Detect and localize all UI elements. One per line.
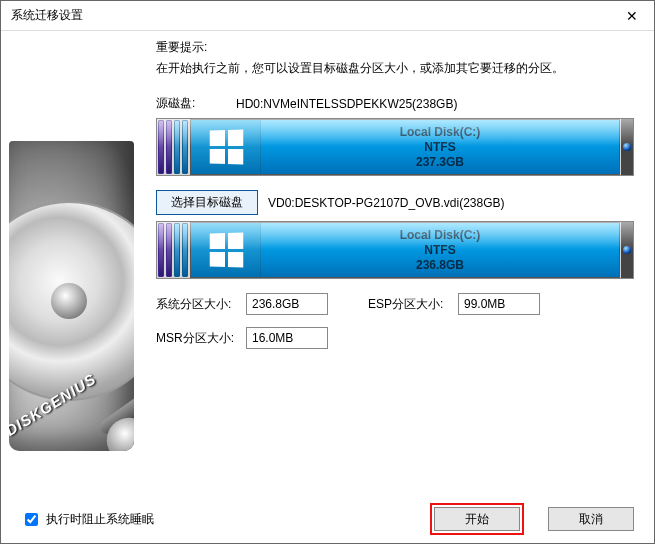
source-value: HD0:NVMeINTELSSDPEKKW25(238GB) <box>236 97 457 111</box>
select-target-button[interactable]: 选择目标磁盘 <box>156 190 258 215</box>
msr-size-input[interactable] <box>246 327 328 349</box>
source-partition-text: Local Disk(C:) NTFS 237.3GB <box>261 120 619 174</box>
tip-heading: 重要提示: <box>156 39 634 56</box>
footer: 执行时阻止系统睡眠 开始 取消 <box>1 493 654 544</box>
size-fields: 系统分区大小: MSR分区大小: ESP分区大小: <box>156 293 634 349</box>
msr-size-label: MSR分区大小: <box>156 330 246 347</box>
close-icon: ✕ <box>626 8 638 24</box>
target-partition-text: Local Disk(C:) NTFS 236.8GB <box>261 223 619 277</box>
windows-icon <box>191 120 261 174</box>
cancel-button-label: 取消 <box>579 511 603 528</box>
esp-size-input[interactable] <box>458 293 540 315</box>
sidebar: DISKGENIUS <box>1 31 146 493</box>
system-size-field: 系统分区大小: <box>156 293 328 315</box>
target-partition-fs: NTFS <box>424 243 455 258</box>
start-button[interactable]: 开始 <box>434 507 520 531</box>
cancel-button[interactable]: 取消 <box>548 507 634 531</box>
source-disk-bar[interactable]: Local Disk(C:) NTFS 237.3GB <box>156 118 634 176</box>
target-partition-size: 236.8GB <box>416 258 464 273</box>
source-partition-name: Local Disk(C:) <box>400 125 481 140</box>
msr-size-field: MSR分区大小: <box>156 327 328 349</box>
target-reserved-stripes <box>157 222 189 278</box>
source-partition-fs: NTFS <box>424 140 455 155</box>
tip-body: 在开始执行之前，您可以设置目标磁盘分区大小，或添加其它要迁移的分区。 <box>156 60 634 77</box>
target-main-partition[interactable]: Local Disk(C:) NTFS 236.8GB <box>190 222 620 278</box>
main-area: DISKGENIUS 重要提示: 在开始执行之前，您可以设置目标磁盘分区大小，或… <box>1 31 654 493</box>
windows-icon <box>191 223 261 277</box>
esp-size-field: ESP分区大小: <box>368 293 540 315</box>
esp-size-label: ESP分区大小: <box>368 296 458 313</box>
disk-end-cap <box>621 119 633 175</box>
close-button[interactable]: ✕ <box>610 1 654 30</box>
prevent-sleep-checkbox-wrap[interactable]: 执行时阻止系统睡眠 <box>21 510 154 529</box>
disk-end-cap <box>621 222 633 278</box>
system-size-input[interactable] <box>246 293 328 315</box>
hdd-illustration: DISKGENIUS <box>9 141 134 451</box>
source-main-partition[interactable]: Local Disk(C:) NTFS 237.3GB <box>190 119 620 175</box>
source-partition-size: 237.3GB <box>416 155 464 170</box>
window-title: 系统迁移设置 <box>11 7 83 24</box>
title-bar: 系统迁移设置 ✕ <box>1 1 654 31</box>
target-value: VD0:DESKTOP-PG2107D_OVB.vdi(238GB) <box>268 196 505 210</box>
target-disk-bar[interactable]: Local Disk(C:) NTFS 236.8GB <box>156 221 634 279</box>
target-disk-row: 选择目标磁盘 VD0:DESKTOP-PG2107D_OVB.vdi(238GB… <box>156 190 634 215</box>
prevent-sleep-checkbox[interactable] <box>25 513 38 526</box>
prevent-sleep-label: 执行时阻止系统睡眠 <box>46 511 154 528</box>
target-partition-name: Local Disk(C:) <box>400 228 481 243</box>
start-button-label: 开始 <box>465 511 489 528</box>
system-size-label: 系统分区大小: <box>156 296 246 313</box>
source-reserved-stripes <box>157 119 189 175</box>
content: 重要提示: 在开始执行之前，您可以设置目标磁盘分区大小，或添加其它要迁移的分区。… <box>146 31 654 493</box>
source-disk-row: 源磁盘: HD0:NVMeINTELSSDPEKKW25(238GB) <box>156 95 634 112</box>
source-label: 源磁盘: <box>156 95 236 112</box>
